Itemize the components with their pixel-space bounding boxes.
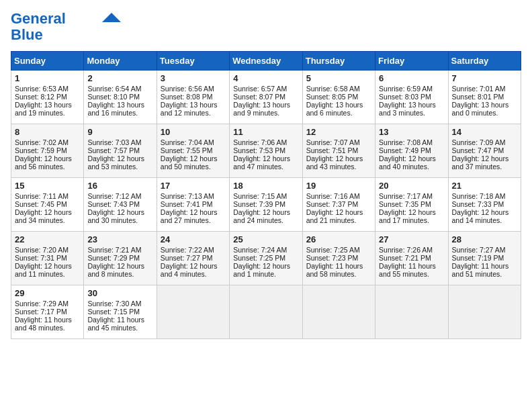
- day-number: 24: [161, 234, 226, 244]
- cell-text: Daylight: 12 hours: [87, 208, 152, 216]
- cell-text: Sunset: 7:27 PM: [161, 254, 226, 262]
- day-number: 11: [233, 127, 298, 137]
- cell-text: Sunset: 7:47 PM: [452, 146, 517, 154]
- cell-text: Sunset: 8:07 PM: [233, 93, 298, 101]
- calendar-cell: 29Sunrise: 7:29 AMSunset: 7:17 PMDayligh…: [11, 285, 84, 339]
- cell-text: Sunset: 7:39 PM: [233, 200, 298, 208]
- day-number: 14: [452, 127, 517, 137]
- day-number: 1: [15, 73, 80, 83]
- cell-text: and 21 minutes.: [306, 216, 371, 224]
- cell-text: Sunset: 7:53 PM: [233, 146, 298, 154]
- cell-text: Sunset: 7:31 PM: [15, 254, 80, 262]
- cell-text: and 6 minutes.: [306, 109, 371, 117]
- cell-text: Sunrise: 6:54 AM: [87, 85, 152, 93]
- cell-text: Daylight: 11 hours: [452, 262, 517, 270]
- day-number: 22: [15, 234, 80, 244]
- calendar-cell: 8Sunrise: 7:02 AMSunset: 7:59 PMDaylight…: [11, 124, 84, 178]
- day-number: 23: [87, 234, 152, 244]
- cell-text: Sunset: 8:12 PM: [15, 93, 80, 101]
- weekday-header-sunday: Sunday: [11, 52, 84, 71]
- calendar-cell: 9Sunrise: 7:03 AMSunset: 7:57 PMDaylight…: [84, 124, 157, 178]
- weekday-header-tuesday: Tuesday: [157, 52, 229, 71]
- weekday-header-row: SundayMondayTuesdayWednesdayThursdayFrid…: [11, 52, 521, 71]
- cell-text: and 55 minutes.: [379, 270, 444, 278]
- logo: General Blue: [11, 11, 121, 43]
- day-number: 27: [379, 234, 444, 244]
- calendar-cell: 6Sunrise: 6:59 AMSunset: 8:03 PMDaylight…: [375, 71, 448, 124]
- cell-text: Daylight: 13 hours: [233, 101, 298, 109]
- day-number: 3: [161, 73, 226, 83]
- day-number: 15: [15, 181, 80, 191]
- cell-text: Sunrise: 7:02 AM: [15, 138, 80, 146]
- calendar-cell: 25Sunrise: 7:24 AMSunset: 7:25 PMDayligh…: [230, 232, 302, 285]
- cell-text: Sunrise: 7:21 AM: [87, 246, 152, 254]
- cell-text: Sunrise: 7:16 AM: [306, 192, 371, 200]
- cell-text: Sunrise: 7:25 AM: [306, 246, 371, 254]
- cell-text: and 19 minutes.: [15, 109, 80, 117]
- cell-text: Sunset: 7:51 PM: [306, 146, 371, 154]
- cell-text: Daylight: 12 hours: [161, 262, 226, 270]
- cell-text: Daylight: 12 hours: [15, 154, 80, 163]
- cell-text: and 48 minutes.: [15, 324, 80, 332]
- cell-text: and 50 minutes.: [161, 163, 226, 171]
- cell-text: Sunset: 7:59 PM: [15, 146, 80, 154]
- cell-text: Sunrise: 7:11 AM: [15, 192, 80, 200]
- calendar-cell: 20Sunrise: 7:17 AMSunset: 7:35 PMDayligh…: [375, 178, 448, 232]
- calendar-cell: 30Sunrise: 7:30 AMSunset: 7:15 PMDayligh…: [84, 285, 157, 339]
- cell-text: Daylight: 12 hours: [306, 208, 371, 216]
- day-number: 10: [161, 127, 226, 137]
- cell-text: Sunset: 8:05 PM: [306, 93, 371, 101]
- cell-text: Daylight: 12 hours: [379, 154, 444, 163]
- calendar-cell: 12Sunrise: 7:07 AMSunset: 7:51 PMDayligh…: [302, 124, 375, 178]
- calendar-cell: 2Sunrise: 6:54 AMSunset: 8:10 PMDaylight…: [84, 71, 157, 124]
- day-number: 21: [452, 181, 517, 191]
- weekday-header-thursday: Thursday: [302, 52, 375, 71]
- cell-text: Sunrise: 7:13 AM: [161, 192, 226, 200]
- calendar-row-3: 22Sunrise: 7:20 AMSunset: 7:31 PMDayligh…: [11, 232, 521, 285]
- cell-text: Sunrise: 7:15 AM: [233, 192, 298, 200]
- cell-text: Sunset: 7:17 PM: [15, 308, 80, 316]
- cell-text: Daylight: 12 hours: [379, 208, 444, 216]
- calendar-row-4: 29Sunrise: 7:29 AMSunset: 7:17 PMDayligh…: [11, 285, 521, 339]
- cell-text: Daylight: 12 hours: [161, 154, 226, 163]
- cell-text: Sunset: 7:23 PM: [306, 254, 371, 262]
- cell-text: and 17 minutes.: [379, 216, 444, 224]
- cell-text: Sunrise: 7:29 AM: [15, 300, 80, 308]
- cell-text: Sunrise: 7:04 AM: [161, 138, 226, 146]
- day-number: 25: [233, 234, 298, 244]
- day-number: 18: [233, 181, 298, 191]
- calendar-cell: 15Sunrise: 7:11 AMSunset: 7:45 PMDayligh…: [11, 178, 84, 232]
- cell-text: Sunset: 8:08 PM: [161, 93, 226, 101]
- cell-text: Daylight: 13 hours: [452, 101, 517, 109]
- cell-text: Daylight: 12 hours: [161, 208, 226, 216]
- cell-text: and 40 minutes.: [379, 163, 444, 171]
- cell-text: Daylight: 11 hours: [15, 316, 80, 324]
- calendar-cell: 17Sunrise: 7:13 AMSunset: 7:41 PMDayligh…: [157, 178, 229, 232]
- cell-text: Sunrise: 7:12 AM: [87, 192, 152, 200]
- cell-text: Sunset: 7:35 PM: [379, 200, 444, 208]
- header: General Blue: [11, 11, 521, 43]
- calendar-cell: 7Sunrise: 7:01 AMSunset: 8:01 PMDaylight…: [448, 71, 521, 124]
- day-number: 26: [306, 234, 371, 244]
- day-number: 6: [379, 73, 444, 83]
- calendar-cell: 3Sunrise: 6:56 AMSunset: 8:08 PMDaylight…: [157, 71, 229, 124]
- day-number: 29: [15, 288, 80, 298]
- weekday-header-friday: Friday: [375, 52, 448, 71]
- cell-text: and 56 minutes.: [15, 163, 80, 171]
- cell-text: Daylight: 12 hours: [233, 208, 298, 216]
- weekday-header-wednesday: Wednesday: [230, 52, 302, 71]
- cell-text: Daylight: 12 hours: [452, 154, 517, 163]
- calendar-body: 1Sunrise: 6:53 AMSunset: 8:12 PMDaylight…: [11, 71, 521, 339]
- cell-text: Sunset: 7:19 PM: [452, 254, 517, 262]
- cell-text: and 45 minutes.: [87, 324, 152, 332]
- calendar-cell: 21Sunrise: 7:18 AMSunset: 7:33 PMDayligh…: [448, 178, 521, 232]
- cell-text: Sunrise: 6:53 AM: [15, 85, 80, 93]
- calendar-cell: 18Sunrise: 7:15 AMSunset: 7:39 PMDayligh…: [230, 178, 302, 232]
- cell-text: Sunset: 7:49 PM: [379, 146, 444, 154]
- calendar-cell: 28Sunrise: 7:27 AMSunset: 7:19 PMDayligh…: [448, 232, 521, 285]
- day-number: 16: [87, 181, 152, 191]
- cell-text: Sunset: 7:21 PM: [379, 254, 444, 262]
- cell-text: Sunrise: 7:07 AM: [306, 138, 371, 146]
- cell-text: and 30 minutes.: [87, 216, 152, 224]
- cell-text: and 58 minutes.: [306, 270, 371, 278]
